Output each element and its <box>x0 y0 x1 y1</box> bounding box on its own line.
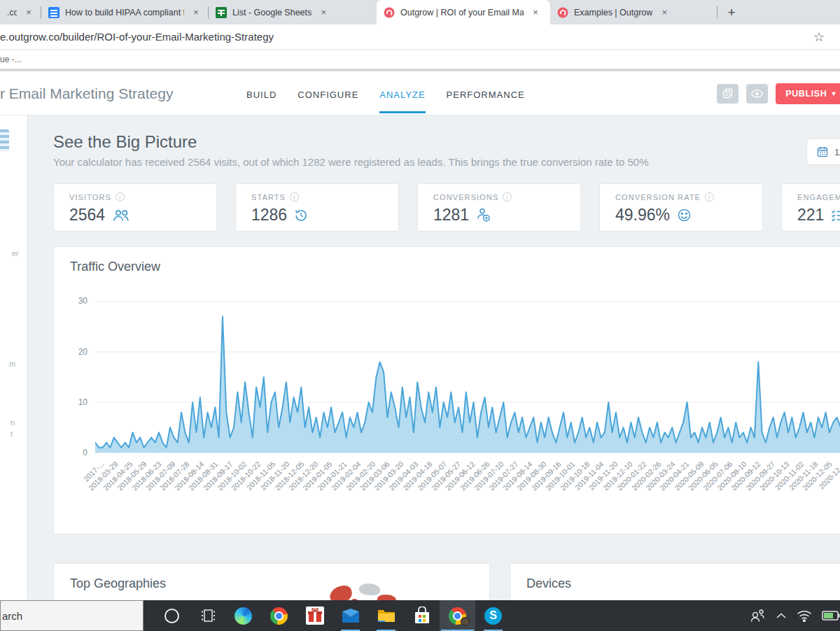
tab-outgrow-examples[interactable]: Examples | Outgrow × <box>550 0 717 24</box>
devices-title: Devices <box>526 576 571 591</box>
info-icon[interactable]: i <box>115 192 125 201</box>
tab-close-icon[interactable]: × <box>317 6 330 19</box>
info-icon[interactable]: i <box>290 192 299 201</box>
edge-button[interactable] <box>225 600 261 631</box>
visitors-icon <box>112 209 130 222</box>
sidebar-label-fragment: n <box>10 418 15 427</box>
chart-title: Traffic Overview <box>70 260 160 274</box>
top-geographies-card: Top Geographies <box>53 563 490 600</box>
edge-icon <box>234 607 252 625</box>
builder-nav: BUILD CONFIGURE ANALYZE PERFORMANCE <box>246 71 525 115</box>
info-icon[interactable]: i <box>705 192 714 201</box>
taskbar-search-box[interactable]: arch <box>0 600 144 631</box>
gift-app-icon <box>306 607 324 625</box>
new-tab-button[interactable]: + <box>722 3 741 22</box>
tab-hipaa[interactable]: How to build HIPAA compliant fo × <box>41 0 208 24</box>
history-icon <box>294 208 308 222</box>
chrome-button[interactable] <box>261 600 297 631</box>
date-range-picker[interactable]: 11, <box>806 139 840 165</box>
info-icon[interactable]: i <box>503 192 512 201</box>
windows-taskbar: arch <box>0 600 840 631</box>
tab-close-icon[interactable]: × <box>190 6 202 19</box>
stat-label: STARTS <box>251 193 286 201</box>
people-icon[interactable] <box>749 609 766 623</box>
app-header: r Email Marketing Strategy BUILD CONFIGU… <box>0 71 840 115</box>
file-explorer-icon <box>377 608 396 623</box>
skype-button[interactable]: S <box>475 600 511 631</box>
page-title: See the Big Picture <box>53 132 197 152</box>
y-axis-tick: 10 <box>55 397 88 407</box>
traffic-chart[interactable] <box>95 300 840 454</box>
tab-sheets[interactable]: List - Google Sheets × <box>209 0 377 24</box>
stat-card-visitors: VISITORSi 2564 <box>53 183 217 232</box>
duplicate-button[interactable] <box>717 84 738 104</box>
stats-row: VISITORSi 2564 STARTSi 1286 CONVERSIONS <box>53 183 840 232</box>
tab-title: Examples | Outgrow <box>574 8 652 17</box>
bottom-cards-row: Top Geographies Devices <box>53 563 840 600</box>
x-axis-labels: 2017-...2018-03-292018-04-252018-05-2920… <box>95 457 840 513</box>
left-sidebar: er m n t <box>0 115 28 600</box>
task-view-icon <box>200 608 216 623</box>
tab-close-icon[interactable]: × <box>22 6 35 19</box>
tab-configure[interactable]: CONFIGURE <box>298 73 358 113</box>
stat-card-conversions: CONVERSIONSi 1281 <box>417 183 581 232</box>
tab-close-icon[interactable]: × <box>529 6 542 19</box>
stat-label: CONVERSION RATE <box>615 193 701 201</box>
stat-label: VISITORS <box>69 193 111 201</box>
store-icon <box>414 607 430 625</box>
bookmark-item[interactable]: ue -... <box>0 55 22 64</box>
stat-value: 1281 <box>433 206 469 225</box>
chevron-up-icon[interactable] <box>776 612 787 619</box>
wifi-icon[interactable] <box>797 610 812 622</box>
calculator-title: r Email Marketing Strategy <box>0 85 173 102</box>
tab-title: Outgrow | ROI of your Email Mar <box>400 8 524 17</box>
area-chart-svg <box>95 300 840 454</box>
y-axis-tick: 0 <box>55 448 88 458</box>
y-axis-tick: 20 <box>55 347 88 357</box>
date-range-text: 11, <box>834 147 840 157</box>
devices-card: Devices <box>510 563 840 600</box>
sidebar-label-fragment: m <box>9 360 15 368</box>
tab-outgrow-roi[interactable]: Outgrow | ROI of your Email Mar × <box>377 0 550 24</box>
stat-value: 1286 <box>251 206 287 225</box>
chrome-icon <box>270 607 288 625</box>
page-subtitle: Your calculator has received 2564 visits… <box>53 156 648 168</box>
tab-performance[interactable]: PERFORMANCE <box>447 73 525 113</box>
checklist-icon <box>831 209 840 222</box>
address-bar[interactable]: e.outgrow.co/builder/ROI-of-your-Email-M… <box>0 24 840 50</box>
tab-analyze[interactable]: ANALYZE <box>379 73 425 113</box>
mail-button[interactable] <box>332 600 368 631</box>
cortana-button[interactable] <box>154 600 190 631</box>
tab-title: .co - <box>7 8 17 17</box>
stat-value: 49.96% <box>615 206 670 225</box>
stat-value: 221 <box>797 206 824 225</box>
traffic-overview-card: Traffic Overview 30 20 10 0 2017-...2018… <box>53 246 840 534</box>
gift-app-button[interactable] <box>297 600 332 631</box>
header-actions: PUBLISH ▾ <box>717 71 840 115</box>
stat-card-engagement: ENGAGEMENTi 221 <box>781 183 840 232</box>
file-explorer-button[interactable] <box>368 600 404 631</box>
preview-eye-button[interactable] <box>746 84 768 104</box>
skype-icon: S <box>484 607 502 625</box>
tab-partial[interactable]: .co - × <box>0 0 41 24</box>
publish-button[interactable]: PUBLISH ▾ <box>776 83 840 104</box>
tab-title: List - Google Sheets <box>232 8 312 17</box>
calendar-icon <box>817 146 828 157</box>
stat-card-starts: STARTSi 1286 <box>235 183 399 232</box>
store-button[interactable] <box>404 600 440 631</box>
tab-build[interactable]: BUILD <box>246 73 276 113</box>
tab-close-icon[interactable]: × <box>658 6 671 19</box>
outgrow-icon <box>557 7 568 18</box>
system-tray <box>749 600 840 631</box>
clipped-widget-fragment <box>0 129 9 152</box>
task-view-button[interactable] <box>190 600 225 631</box>
battery-icon[interactable] <box>822 611 840 621</box>
screen: .co - × How to build HIPAA compliant fo … <box>0 0 840 631</box>
url-text[interactable]: e.outgrow.co/builder/ROI-of-your-Email-M… <box>0 31 274 43</box>
geographies-title: Top Geographies <box>70 576 166 591</box>
bookmark-star-icon[interactable]: ☆ <box>813 29 825 45</box>
chevron-down-icon: ▾ <box>832 90 836 97</box>
chrome-active-button[interactable] <box>440 600 475 631</box>
stat-value: 2564 <box>69 206 105 225</box>
search-text-fragment: arch <box>2 610 22 622</box>
